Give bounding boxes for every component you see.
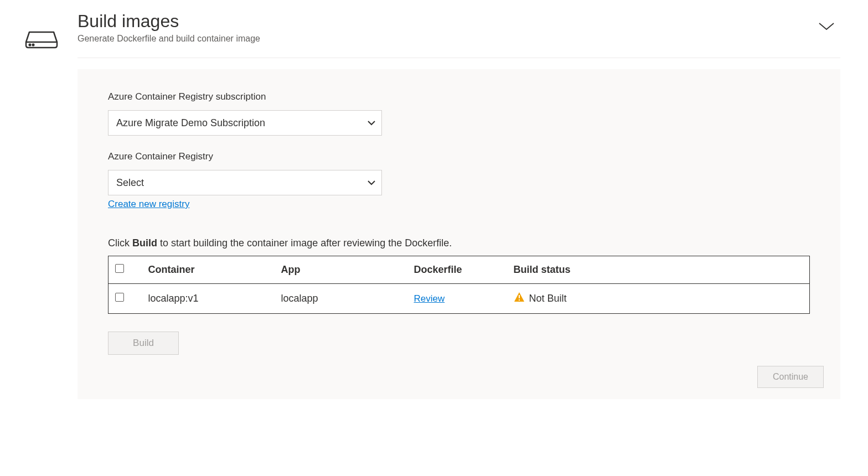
cell-container: localapp:v1 [142, 284, 275, 314]
subscription-label: Azure Container Registry subscription [108, 91, 810, 102]
page-subtitle: Generate Dockerfile and build container … [78, 34, 260, 44]
chevron-down-icon [818, 23, 835, 33]
row-checkbox[interactable] [115, 293, 124, 302]
svg-point-2 [33, 44, 34, 46]
page-title: Build images [78, 11, 260, 32]
svg-point-1 [29, 44, 31, 46]
create-registry-link[interactable]: Create new registry [108, 199, 189, 209]
table-header-row: Container App Dockerfile Build status [108, 256, 810, 284]
table-row: localapp:v1 localapp Review [108, 284, 810, 314]
page-header: Build images Generate Dockerfile and bui… [78, 11, 840, 58]
build-button[interactable]: Build [108, 332, 179, 355]
registry-select[interactable]: Select [108, 170, 382, 195]
col-app: App [275, 256, 407, 284]
svg-rect-4 [519, 295, 520, 298]
collapse-toggle[interactable] [818, 11, 840, 33]
continue-button[interactable]: Continue [757, 366, 824, 388]
col-container: Container [142, 256, 275, 284]
col-build-status: Build status [507, 256, 810, 284]
build-instruction: Click Build to start building the contai… [108, 237, 810, 249]
col-dockerfile: Dockerfile [407, 256, 507, 284]
registry-label: Azure Container Registry [108, 151, 810, 162]
images-table: Container App Dockerfile Build status lo… [108, 256, 810, 314]
subscription-value: Azure Migrate Demo Subscription [116, 117, 265, 129]
content-panel: Azure Container Registry subscription Az… [78, 69, 840, 399]
cell-app: localapp [275, 284, 407, 314]
warning-icon [514, 292, 525, 306]
status-text: Not Built [529, 293, 567, 304]
select-all-checkbox[interactable] [115, 264, 124, 273]
svg-rect-5 [519, 299, 520, 301]
review-dockerfile-link[interactable]: Review [414, 293, 445, 304]
subscription-select[interactable]: Azure Migrate Demo Subscription [108, 110, 382, 136]
registry-value: Select [116, 177, 144, 189]
disk-icon [25, 28, 58, 399]
